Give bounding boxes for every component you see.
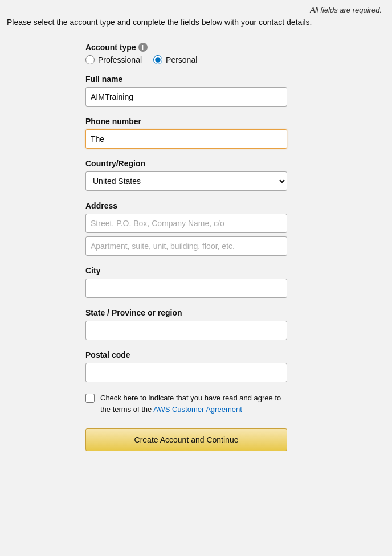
city-label: City [85, 266, 392, 275]
account-type-label: Account type [85, 43, 136, 52]
personal-label: Personal [166, 55, 197, 64]
professional-radio[interactable] [85, 55, 95, 64]
radio-professional[interactable]: Professional [85, 55, 142, 64]
aws-agreement-link[interactable]: AWS Customer Agreement [153, 405, 242, 414]
terms-checkbox[interactable] [85, 394, 95, 403]
full-name-label: Full name [85, 75, 392, 84]
professional-label: Professional [98, 55, 142, 64]
country-select[interactable]: United States Canada United Kingdom Aust… [85, 171, 287, 191]
personal-radio[interactable] [153, 55, 162, 64]
address-line1-input[interactable] [85, 214, 287, 233]
submit-button[interactable]: Create Account and Continue [85, 428, 287, 451]
phone-input[interactable] [85, 129, 287, 149]
address-line2-input[interactable] [85, 236, 287, 256]
terms-checkbox-row: Check here to indicate that you have rea… [85, 393, 287, 415]
postal-input[interactable] [85, 363, 287, 382]
address-label: Address [85, 201, 392, 210]
phone-label: Phone number [85, 117, 392, 126]
postal-label: Postal code [85, 350, 392, 359]
terms-text: Check here to indicate that you have rea… [100, 393, 287, 415]
info-icon[interactable]: i [138, 43, 148, 52]
city-input[interactable] [85, 279, 287, 298]
radio-personal[interactable]: Personal [153, 55, 197, 64]
state-input[interactable] [85, 321, 287, 340]
intro-text: Please select the account type and compl… [7, 18, 312, 27]
country-label: Country/Region [85, 159, 392, 168]
full-name-input[interactable] [85, 87, 287, 107]
state-label: State / Province or region [85, 308, 392, 317]
required-notice: All fields are required. [310, 6, 382, 14]
